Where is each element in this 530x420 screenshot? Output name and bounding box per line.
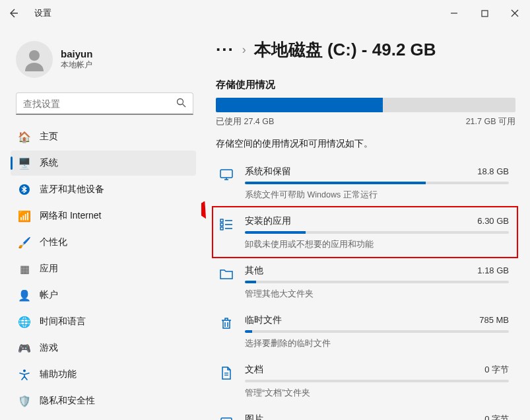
category-bar bbox=[245, 330, 509, 333]
category-description: 卸载未使用或不想要的应用和功能 bbox=[245, 239, 509, 250]
nav-item-privacy[interactable]: 🛡️隐私和安全性 bbox=[11, 388, 196, 413]
monitor-icon bbox=[218, 167, 234, 183]
svg-rect-12 bbox=[220, 219, 223, 222]
category-image[interactable]: 图片 0 字节 管理“图片”文件夹 bbox=[216, 407, 515, 420]
storage-usage-bar bbox=[216, 98, 515, 112]
category-size: 6.30 GB bbox=[477, 216, 509, 226]
search-box[interactable] bbox=[16, 92, 193, 115]
storage-section-title: 存储使用情况 bbox=[216, 79, 515, 91]
nav-item-label: 游戏 bbox=[40, 342, 58, 354]
category-size: 18.8 GB bbox=[477, 166, 509, 176]
nav-item-bluetooth[interactable]: 蓝牙和其他设备 bbox=[11, 177, 196, 202]
storage-used-label: 已使用 27.4 GB bbox=[216, 116, 274, 127]
content-pane: ··· › 本地磁盘 (C:) - 49.2 GB 存储使用情况 已使用 27.… bbox=[201, 26, 530, 420]
category-size: 785 MB bbox=[479, 315, 509, 325]
category-size: 1.18 GB bbox=[477, 265, 509, 275]
category-description: 选择要删除的临时文件 bbox=[245, 338, 509, 349]
sidebar: baiyun 本地帐户 🏠主页🖥️系统蓝牙和其他设备📶网络和 Internet🖌… bbox=[0, 26, 201, 420]
back-button[interactable] bbox=[0, 0, 26, 26]
timelang-icon: 🌐 bbox=[18, 316, 30, 328]
app-title: 设置 bbox=[34, 7, 51, 19]
nav-item-accounts[interactable]: 👤帐户 bbox=[11, 283, 196, 308]
nav-item-label: 应用 bbox=[40, 263, 58, 275]
category-list[interactable]: 安装的应用 6.30 GB 卸载未使用或不想要的应用和功能 bbox=[216, 209, 515, 257]
nav-list: 🏠主页🖥️系统蓝牙和其他设备📶网络和 Internet🖌️个性化▦应用👤帐户🌐时… bbox=[11, 124, 199, 413]
folder-icon bbox=[218, 266, 234, 282]
avatar-icon bbox=[21, 46, 48, 73]
svg-point-8 bbox=[23, 370, 26, 372]
storage-description: 存储空间的使用情况和可用情况如下。 bbox=[216, 138, 515, 150]
category-bar bbox=[245, 281, 509, 283]
back-arrow-icon bbox=[8, 8, 18, 18]
user-account-type: 本地帐户 bbox=[61, 59, 92, 71]
storage-free-label: 21.7 GB 可用 bbox=[466, 116, 515, 127]
nav-item-accessibility[interactable]: 辅助功能 bbox=[11, 362, 196, 387]
nav-item-timelang[interactable]: 🌐时间和语言 bbox=[11, 309, 196, 334]
category-size: 0 字节 bbox=[484, 364, 509, 376]
nav-item-network[interactable]: 📶网络和 Internet bbox=[11, 203, 196, 228]
nav-item-label: 辅助功能 bbox=[40, 368, 77, 380]
nav-item-personalize[interactable]: 🖌️个性化 bbox=[11, 230, 196, 255]
nav-item-label: 时间和语言 bbox=[40, 316, 86, 328]
close-icon bbox=[511, 9, 519, 17]
category-list: 系统和保留 18.8 GB 系统文件可帮助 Windows 正常运行 安装的应用… bbox=[216, 159, 515, 420]
svg-rect-1 bbox=[482, 11, 488, 17]
category-description: 管理其他大文件夹 bbox=[245, 289, 509, 300]
nav-item-label: 蓝牙和其他设备 bbox=[40, 184, 104, 195]
category-folder[interactable]: 其他 1.18 GB 管理其他大文件夹 bbox=[216, 258, 515, 306]
apps-icon: ▦ bbox=[18, 263, 30, 275]
category-name: 临时文件 bbox=[245, 314, 282, 326]
user-profile[interactable]: baiyun 本地帐户 bbox=[11, 36, 199, 88]
category-description: 系统文件可帮助 Windows 正常运行 bbox=[245, 190, 509, 201]
close-button[interactable] bbox=[500, 0, 530, 26]
breadcrumb-separator: › bbox=[242, 43, 246, 57]
category-description: 管理“文档”文件夹 bbox=[245, 388, 509, 399]
svg-rect-9 bbox=[220, 170, 232, 178]
bluetooth-icon bbox=[18, 184, 30, 195]
nav-item-label: 网络和 Internet bbox=[40, 210, 101, 222]
nav-item-label: 主页 bbox=[40, 131, 58, 143]
category-name: 系统和保留 bbox=[245, 166, 291, 178]
trash-icon bbox=[218, 316, 234, 332]
nav-item-home[interactable]: 🏠主页 bbox=[11, 124, 196, 149]
doc-icon bbox=[218, 365, 234, 381]
minimize-icon bbox=[450, 9, 458, 17]
nav-item-system[interactable]: 🖥️系统 bbox=[11, 151, 196, 176]
category-doc[interactable]: 文档 0 字节 管理“文档”文件夹 bbox=[216, 357, 515, 405]
system-icon: 🖥️ bbox=[18, 157, 30, 170]
category-name: 图片 bbox=[245, 413, 263, 420]
titlebar: 设置 bbox=[0, 0, 530, 26]
category-name: 其他 bbox=[245, 265, 263, 277]
window-controls bbox=[439, 0, 530, 26]
privacy-icon: 🛡️ bbox=[18, 395, 30, 407]
nav-item-label: 个性化 bbox=[40, 236, 67, 248]
annotation-arrow bbox=[201, 173, 216, 226]
maximize-icon bbox=[481, 10, 488, 17]
storage-usage-fill bbox=[216, 98, 383, 112]
category-bar bbox=[245, 182, 509, 184]
avatar bbox=[16, 41, 53, 78]
search-icon bbox=[176, 98, 186, 110]
breadcrumb-ellipsis[interactable]: ··· bbox=[216, 40, 234, 60]
nav-item-gaming[interactable]: 🎮游戏 bbox=[11, 335, 196, 361]
nav-item-apps[interactable]: ▦应用 bbox=[11, 256, 196, 281]
breadcrumb: ··· › 本地磁盘 (C:) - 49.2 GB bbox=[216, 38, 515, 61]
personalize-icon: 🖌️ bbox=[18, 236, 30, 249]
nav-item-label: 系统 bbox=[40, 157, 58, 169]
category-size: 0 字节 bbox=[484, 413, 509, 420]
gaming-icon: 🎮 bbox=[18, 342, 30, 355]
minimize-button[interactable] bbox=[439, 0, 469, 26]
category-bar bbox=[245, 380, 509, 382]
category-bar bbox=[245, 231, 509, 234]
category-name: 安装的应用 bbox=[245, 215, 291, 227]
search-input[interactable] bbox=[23, 98, 176, 109]
svg-rect-14 bbox=[220, 227, 223, 230]
category-trash[interactable]: 临时文件 785 MB 选择要删除的临时文件 bbox=[216, 308, 515, 356]
username: baiyun bbox=[61, 48, 92, 59]
nav-item-label: 隐私和安全性 bbox=[40, 395, 95, 407]
svg-line-6 bbox=[183, 104, 186, 107]
maximize-button[interactable] bbox=[469, 0, 500, 26]
category-name: 文档 bbox=[245, 364, 263, 376]
svg-point-5 bbox=[178, 98, 183, 104]
category-monitor[interactable]: 系统和保留 18.8 GB 系统文件可帮助 Windows 正常运行 bbox=[216, 159, 515, 207]
